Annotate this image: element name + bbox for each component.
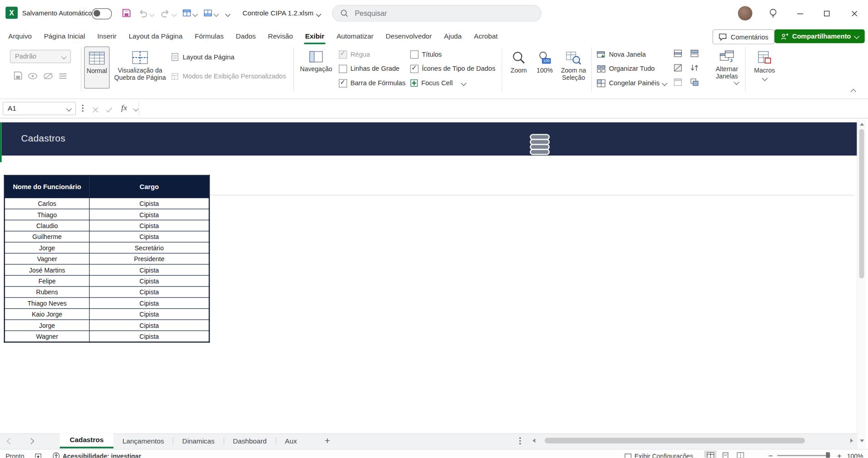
hscroll-right-arrow-icon[interactable] [850,439,853,443]
scroll-up-arrow-icon[interactable] [859,123,864,126]
page-layout-button[interactable]: Layout da Página [171,52,234,62]
table-cell[interactable]: Claudio [5,220,89,231]
table-cell[interactable]: Guilherme [5,231,89,242]
minimize-button[interactable] [787,0,813,27]
data-type-icons-checkbox-row[interactable]: Ícones de Tipo de Dados [410,64,496,73]
table-cell[interactable]: Carlos [5,198,89,209]
ribbon-tab-acrobat[interactable]: Acrobat [468,29,504,44]
unhide-window-button[interactable] [674,78,682,88]
table-cell[interactable]: Cipista [89,231,209,242]
zoom-100-button[interactable]: 100 100% [532,47,557,89]
exit-sheet-view-button[interactable] [28,72,38,82]
table-cell[interactable]: Cipista [89,309,209,320]
insert-function-button[interactable]: fx [121,103,127,112]
table-row[interactable]: ClaudioCipista [5,220,210,231]
synchronous-scrolling-button[interactable] [690,63,698,74]
comments-button[interactable]: Comentários [712,29,775,44]
table-cell[interactable]: Thiago Neves [5,297,89,308]
qat-format-chevron-icon[interactable] [214,11,219,17]
sheet-tab-lancamentos[interactable]: Lançamentos [113,434,173,448]
table-row[interactable]: FelipeCipista [5,275,210,286]
ribbon-tab-desenvolvedor[interactable]: Desenvolvedor [380,29,438,44]
name-box[interactable]: A1 [3,102,76,115]
keep-sheet-view-button[interactable] [13,71,23,83]
search-box[interactable] [332,5,541,22]
macros-chevron-icon[interactable] [762,76,767,81]
sheet-tab-dinamicas[interactable]: Dinamicas [173,434,223,448]
search-input[interactable] [354,9,522,18]
gridlines-checkbox[interactable] [339,64,347,73]
navigation-button[interactable]: Navegação [298,47,334,89]
table-row[interactable]: Kaio JorgeCipista [5,309,210,320]
display-settings-button[interactable] [624,452,632,458]
qat-table-chevron-icon[interactable] [192,11,198,17]
sheet-view-dropdown[interactable]: Padrão [10,50,71,63]
column-header-nome[interactable]: Nome do Funcionário [5,175,89,198]
vertical-scrollbar[interactable] [857,120,866,448]
freeze-panes-button[interactable]: Congelar Painéis [597,78,667,88]
zoom-percentage[interactable]: 100% [847,451,863,458]
undo-button[interactable] [138,10,148,20]
zoom-in-button[interactable]: + [837,450,842,458]
data-type-icons-checkbox[interactable] [410,64,419,73]
fx-chevron-icon[interactable] [133,106,139,112]
zoom-to-selection-button[interactable]: Zoom na Seleção [557,47,590,89]
sheet-tab-aux[interactable]: Aux [276,434,306,448]
macro-record-button[interactable] [35,452,42,458]
focus-cell-button[interactable]: Focus Cell [410,78,466,88]
table-cell[interactable]: Kaio Jorge [5,309,89,320]
customize-qat-chevron-icon[interactable] [225,11,230,17]
table-cell[interactable]: Rubens [5,287,89,297]
autosave-toggle[interactable] [92,8,112,19]
display-settings-label[interactable]: Exibir Configurações [634,451,693,458]
ruler-checkbox[interactable] [339,50,347,58]
normal-view-button[interactable]: Normal [84,47,110,89]
table-row[interactable]: VagnerPresidente [5,253,210,264]
table-cell[interactable]: Cipista [89,198,209,209]
formula-input[interactable] [141,101,857,117]
horizontal-scrollbar-thumb[interactable] [545,438,805,443]
employee-table[interactable]: Nome do Funcionário Cargo CarlosCipista … [4,175,210,343]
table-cell[interactable]: Cipista [89,220,209,231]
headings-checkbox-row[interactable]: Títulos [410,50,442,59]
table-row[interactable]: CarlosCipista [5,198,210,209]
view-normal-button[interactable] [704,451,717,458]
qat-table-button[interactable] [183,9,192,19]
hide-window-button[interactable] [674,63,682,74]
table-cell[interactable]: Thiago [5,209,89,220]
table-cell[interactable]: José Martins [5,264,89,275]
hscroll-left-arrow-icon[interactable] [532,439,535,443]
table-cell[interactable]: Cipista [89,209,209,220]
table-cell[interactable]: Secretário [89,242,209,253]
table-row[interactable]: GuilhermeCipista [5,231,210,242]
table-cell[interactable]: Jorge [5,242,89,253]
ribbon-tab-revisao[interactable]: Revisão [262,29,299,44]
sheet-grid[interactable]: Cadastros Nome do Funcionário Cargo Carl… [0,118,857,434]
table-cell[interactable]: Cipista [89,320,209,331]
table-cell[interactable]: Cipista [89,264,209,275]
add-sheet-button[interactable]: + [318,434,336,448]
formula-bar-checkbox-row[interactable]: Barra de Fórmulas [339,78,405,88]
new-window-button[interactable]: Nova Janela [597,49,646,59]
table-row[interactable]: ThiagoCipista [5,209,210,220]
new-sheet-view-button[interactable] [43,72,53,82]
table-row[interactable]: RubensCipista [5,287,210,297]
redo-dropdown-chevron-icon[interactable] [171,11,177,17]
gridlines-checkbox-row[interactable]: Linhas de Grade [339,64,400,73]
view-page-layout-button[interactable] [719,451,731,458]
scroll-down-arrow-icon[interactable] [860,439,864,442]
ribbon-tab-pagina-inicial[interactable]: Página Inicial [38,29,91,44]
sheet-tab-dashboard[interactable]: Dashboard [224,434,276,448]
ribbon-tab-inserir[interactable]: Inserir [91,29,122,44]
focus-cell-chevron-icon[interactable] [461,80,466,86]
formula-bar-checkbox[interactable] [339,79,347,87]
table-cell[interactable]: Felipe [5,275,89,286]
zoom-button[interactable]: Zoom [505,47,532,89]
sheet-banner[interactable]: Cadastros [2,122,857,156]
avatar[interactable] [738,6,752,20]
ribbon-tab-automatizar[interactable]: Automatizar [331,29,380,44]
redo-button[interactable] [161,10,170,20]
collapse-ribbon-chevron-icon[interactable] [851,89,856,94]
zoom-slider-track[interactable] [777,455,830,456]
table-cell[interactable]: Cipista [89,275,209,286]
